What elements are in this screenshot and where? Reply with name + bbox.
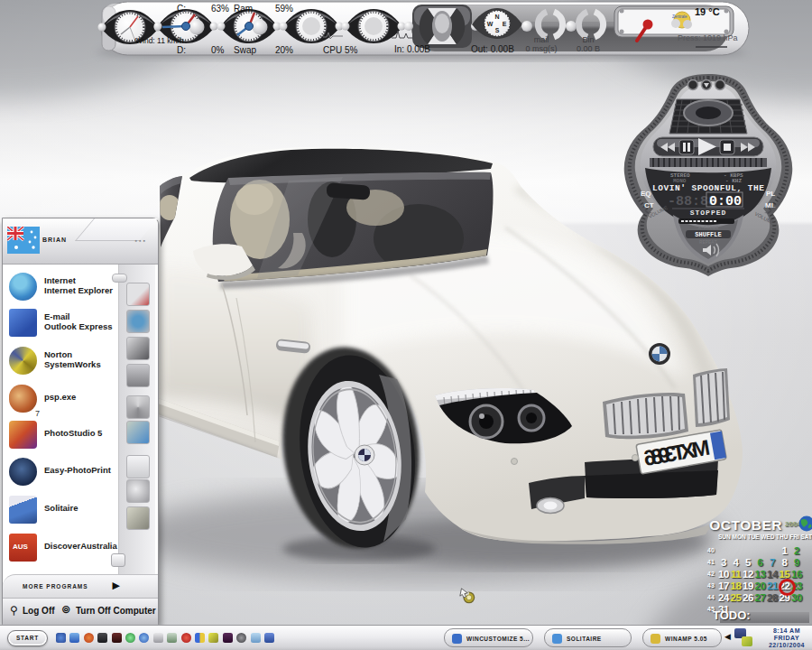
svg-text:Wind: 11 km/h: Wind: 11 km/h [135, 36, 184, 45]
svg-text:0:00: 0:00 [709, 194, 742, 209]
svg-text:0%: 0% [211, 45, 225, 55]
svg-text:S: S [495, 27, 500, 33]
svg-text:20%: 20% [275, 45, 293, 55]
svg-text:C:: C: [177, 4, 186, 14]
svg-text:N: N [494, 14, 499, 20]
svg-text:mail: mail [534, 35, 549, 44]
svg-text:PL: PL [766, 190, 775, 198]
svg-text:REPEAT: REPEAT [699, 239, 718, 246]
svg-text:Bin: Bin [582, 35, 594, 44]
svg-text:Press: 1019 hPa: Press: 1019 hPa [678, 33, 738, 42]
svg-text:Zentrale: Zentrale [672, 14, 687, 19]
svg-text:D:: D: [177, 45, 186, 55]
svg-text:CPU 5%: CPU 5% [323, 45, 357, 55]
svg-text:Swap: Swap [234, 45, 256, 55]
svg-text:In: 0.00B: In: 0.00B [394, 44, 430, 54]
svg-text:SHUFFLE: SHUFFLE [695, 231, 721, 238]
svg-text:Out: 0.00B: Out: 0.00B [471, 44, 514, 54]
svg-text:EQ: EQ [641, 190, 651, 198]
svg-text:CT: CT [644, 201, 654, 209]
svg-text:19 °C: 19 °C [695, 6, 720, 17]
svg-text:W: W [487, 21, 494, 27]
svg-text:63%: 63% [211, 4, 229, 14]
svg-text:Ram: Ram [234, 4, 253, 14]
svg-text:59%: 59% [275, 4, 293, 14]
svg-text:0 msg(s): 0 msg(s) [525, 44, 557, 53]
svg-text:E: E [503, 21, 507, 27]
svg-text:X-FADER: X-FADER [697, 225, 719, 231]
svg-text:0.00 B: 0.00 B [577, 44, 600, 53]
svg-text:LOVIN' SPOONFUL, THE: LOVIN' SPOONFUL, THE [652, 183, 764, 193]
svg-text:STOPPED: STOPPED [690, 209, 727, 217]
